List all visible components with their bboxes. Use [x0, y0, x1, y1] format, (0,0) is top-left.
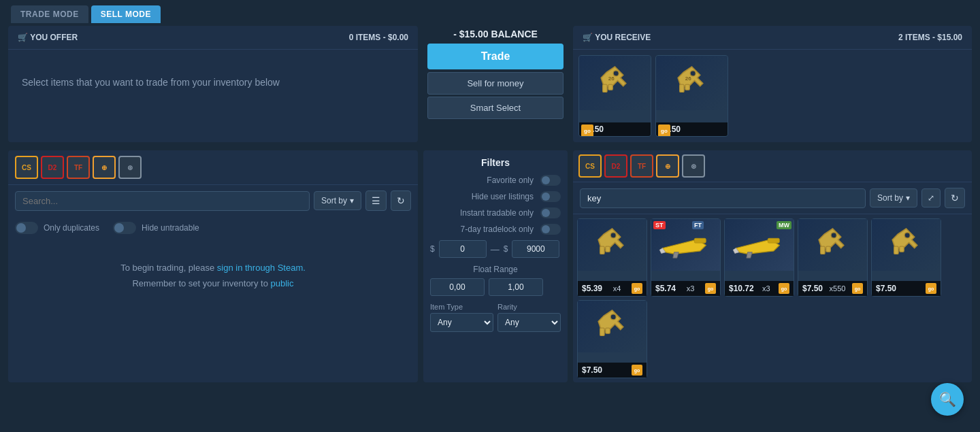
- svg-text:26: 26: [608, 76, 615, 82]
- toggle-knob-untradable: [114, 223, 124, 233]
- favorite-only-toggle[interactable]: [540, 175, 561, 186]
- balance-label: - $15.00 BALANCE: [453, 29, 538, 39]
- svg-rect-17: [821, 246, 826, 254]
- market-item-3[interactable]: MW $10.72 x3 go: [724, 218, 794, 297]
- 7day-toggle[interactable]: [540, 224, 561, 235]
- sort-button-right[interactable]: Sort by ▾: [870, 188, 917, 207]
- key-svg-1: [590, 223, 634, 267]
- search-input-right[interactable]: [580, 188, 866, 208]
- multi-icon-left[interactable]: ⊕: [93, 156, 116, 179]
- market-item-6[interactable]: $7.50 go: [577, 300, 647, 378]
- svg-marker-16: [819, 229, 844, 248]
- market-item-price-4: $7.50 x550 go: [798, 281, 867, 296]
- svg-rect-11: [600, 246, 605, 254]
- steam-icon-right[interactable]: ⊛: [682, 154, 705, 178]
- market-badge-1: go: [632, 283, 642, 294]
- market-item-2[interactable]: ST FT $5.74 x3 go: [651, 218, 721, 297]
- offer-summary: 0 items - $0.00: [349, 33, 408, 42]
- hide-listings-toggle[interactable]: [540, 191, 561, 202]
- market-item-5[interactable]: $7.50 go: [871, 218, 941, 297]
- svg-rect-25: [600, 328, 605, 335]
- svg-marker-20: [892, 229, 917, 248]
- csgo-icon-right[interactable]: CS: [578, 154, 602, 178]
- smart-select-option[interactable]: Smart Select: [427, 97, 564, 119]
- game-icons-right: CS D2 TF ⊕ ⊛: [573, 150, 972, 182]
- list-view-button[interactable]: ☰: [365, 190, 387, 211]
- svg-marker-24: [598, 310, 623, 329]
- svg-rect-6: [680, 84, 685, 92]
- top-row: 🛒 YOU OFFER 0 items - $0.00 Select items…: [0, 23, 980, 145]
- key-svg-4: [811, 223, 855, 267]
- expand-button[interactable]: ⤢: [921, 188, 941, 207]
- float-inputs-row: [430, 278, 561, 296]
- market-badge-5: go: [926, 283, 936, 294]
- multi-icon-right[interactable]: ⊕: [656, 154, 679, 178]
- left-inventory-panel: CS D2 TF ⊕ ⊛ Sort by ▾ ☰ ↻ Only duplicat…: [8, 150, 418, 382]
- favorite-only-label: Favorite only: [487, 176, 534, 185]
- public-link[interactable]: public: [271, 278, 294, 288]
- market-item-4[interactable]: $7.50 x550 go: [798, 218, 868, 297]
- price-max-input[interactable]: [512, 240, 559, 258]
- offer-message: Select items that you want to trade from…: [8, 50, 418, 115]
- market-item-img-6: [578, 301, 647, 352]
- float-min-input[interactable]: [430, 278, 485, 296]
- toggles-bar: Only duplicates Hide untradable: [8, 216, 418, 239]
- chevron-down-icon-right: ▾: [906, 193, 910, 203]
- refresh-button-right[interactable]: ↻: [945, 188, 965, 208]
- filter-favorite-row: Favorite only: [430, 175, 561, 186]
- search-fab-icon: 🔍: [939, 391, 956, 408]
- cart-icon: 🛒: [18, 33, 28, 42]
- receive-items-grid: 26 $7.50 go 26: [573, 50, 972, 142]
- sell-for-money-option[interactable]: Sell for money: [427, 72, 564, 95]
- key-svg-6: [590, 305, 634, 349]
- svg-rect-14: [694, 238, 706, 243]
- market-item-1[interactable]: $5.39 x4 go: [577, 218, 647, 297]
- price-dollar-1: $: [430, 244, 435, 254]
- hide-untradable-group: Hide untradable: [113, 222, 199, 234]
- receive-title: 🛒 YOU RECEIVE: [583, 33, 651, 42]
- market-badge-3: go: [779, 283, 789, 294]
- receive-summary: 2 items - $15.00: [898, 33, 962, 42]
- instant-tradable-label: Instant tradable only: [460, 208, 534, 218]
- svg-rect-18: [826, 246, 831, 252]
- 7day-label: 7-day tradelock only: [461, 225, 534, 234]
- right-items-grid: $5.39 x4 go ST FT $5.7: [573, 214, 972, 382]
- hide-untradable-toggle[interactable]: [113, 222, 136, 234]
- price-min-input[interactable]: [439, 240, 487, 258]
- trade-button[interactable]: Trade: [427, 44, 564, 69]
- gun-svg-2: [657, 227, 715, 264]
- item-type-select[interactable]: Any: [430, 313, 493, 332]
- tf-icon-right[interactable]: TF: [630, 154, 653, 178]
- search-input-left[interactable]: [15, 191, 310, 211]
- item-price-bar-1: $7.50 go: [579, 122, 651, 136]
- tab-sell-mode[interactable]: SELL MODE: [91, 5, 161, 23]
- svg-rect-22: [900, 246, 904, 252]
- tab-trade-mode[interactable]: TRADE MODE: [11, 5, 88, 23]
- rarity-select[interactable]: Any: [497, 313, 561, 332]
- item-type-group: Item Type Any: [430, 303, 493, 332]
- csgo-icon-left[interactable]: CS: [15, 156, 38, 179]
- steam-icon-left[interactable]: ⊛: [118, 156, 142, 179]
- search-fab[interactable]: 🔍: [931, 383, 964, 416]
- middle-panel: - $15.00 BALANCE Trade Sell for money Sm…: [421, 23, 570, 145]
- left-offer-panel: 🛒 YOU OFFER 0 items - $0.00 Select items…: [8, 26, 418, 142]
- item-image-2: 26: [656, 56, 728, 110]
- receive-header: 🛒 YOU RECEIVE 2 items - $15.00: [573, 26, 972, 50]
- sort-button-left[interactable]: Sort by ▾: [314, 191, 361, 210]
- tf-icon-left[interactable]: TF: [67, 156, 90, 179]
- receive-item-2[interactable]: 26 $7.50 go: [655, 55, 728, 137]
- selects-row: Item Type Any Rarity Any: [430, 303, 561, 332]
- svg-point-27: [610, 314, 616, 319]
- offer-header: 🛒 YOU OFFER 0 items - $0.00: [8, 26, 418, 50]
- dota-icon-right[interactable]: D2: [604, 154, 627, 178]
- sign-in-link[interactable]: sign in through Steam.: [217, 263, 306, 273]
- ft-tag-2: FT: [692, 221, 704, 229]
- key-icon-1: 26: [593, 61, 637, 105]
- receive-item-1[interactable]: 26 $7.50 go: [578, 55, 651, 137]
- refresh-button-left[interactable]: ↻: [391, 190, 411, 211]
- only-duplicates-toggle[interactable]: [15, 222, 38, 234]
- offer-title: 🛒 YOU OFFER: [18, 33, 78, 42]
- float-max-input[interactable]: [489, 278, 543, 296]
- dota-icon-left[interactable]: D2: [41, 156, 64, 179]
- instant-tradable-toggle[interactable]: [540, 207, 561, 218]
